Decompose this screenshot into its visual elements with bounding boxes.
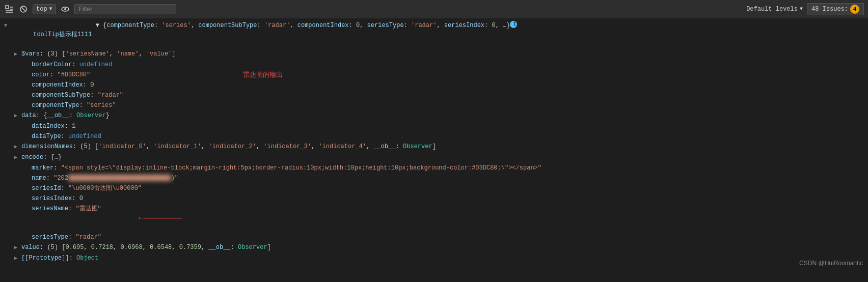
filter-input[interactable] — [74, 4, 176, 14]
data-line: data : { __ob__ : Observer } — [0, 110, 868, 121]
svg-point-8 — [64, 8, 66, 10]
issues-label: 48 Issues: — [811, 6, 848, 13]
dimensionnames-line: dimensionNames : (5) [ 'indicator_0' , '… — [0, 142, 868, 152]
eye-icon[interactable] — [60, 4, 70, 14]
prototype-line: [[Prototype]] : Object — [0, 253, 868, 264]
expand-encode-icon[interactable] — [14, 153, 21, 162]
radar-annotation: 雷达图的输出 — [243, 70, 283, 79]
expand-vars-icon[interactable] — [14, 49, 21, 59]
issues-counter[interactable]: 48 Issues: 4 — [807, 3, 864, 15]
log-levels-dropdown[interactable]: Default levels ▼ — [746, 6, 803, 13]
frame-label: top — [36, 6, 47, 13]
componentsubtype-line: componentSubType : "radar" — [0, 90, 868, 100]
blurred-name: ████████████████████████████ — [68, 174, 171, 183]
dataindex-line: dataIndex : 1 — [0, 121, 868, 131]
console-output: toolTip提示框1111 ▼ { componentType : 'seri… — [0, 18, 868, 282]
svg-rect-0 — [6, 6, 9, 9]
frame-selector[interactable]: top ▼ — [33, 4, 56, 14]
tooltip-header-line: toolTip提示框1111 ▼ { componentType : 'seri… — [0, 20, 868, 49]
clear-console-icon[interactable] — [18, 4, 29, 14]
chevron-down-icon: ▼ — [49, 6, 52, 12]
inspect-element-icon[interactable] — [4, 4, 14, 14]
csdn-watermark: CSDN @HuiRonmantic — [799, 260, 863, 267]
svg-line-6 — [21, 7, 25, 11]
default-levels-label: Default levels — [746, 6, 798, 13]
info-icon[interactable]: i — [510, 21, 517, 28]
red-arrow-icon: ←——————— — [105, 204, 182, 232]
bordercolor-line: borderColor : undefined — [0, 60, 868, 70]
seriesname-line: seriesName : "雷达图" ←——————— — [0, 204, 868, 232]
encode-line: encode : {…} — [0, 152, 868, 163]
value-line: value : (5) [ 0.695 , 0.7218 , 0.6968 , … — [0, 242, 868, 253]
expand-icon[interactable] — [4, 21, 11, 31]
color-line: color : "#D3DC80" 雷达图的输出 — [0, 70, 868, 80]
name-line: name : "202 ████████████████████████████… — [0, 173, 868, 183]
marker-line: marker : "<span style=\"display:inline-b… — [0, 163, 868, 173]
seriesid-line: seriesId : "\u0000雷达图\u00000" — [0, 183, 868, 193]
componenttype-line: componentType : "series" — [0, 100, 868, 110]
vars-line: $vars : (3) [ 'seriesName' , 'name' , 'v… — [0, 49, 868, 60]
seriesindex-line: seriesIndex : 0 — [0, 193, 868, 204]
expand-prototype-icon[interactable] — [14, 253, 21, 263]
datatype-line: dataType : undefined — [0, 131, 868, 142]
levels-chevron-icon: ▼ — [800, 6, 803, 12]
expand-data-icon[interactable] — [14, 111, 21, 121]
toolbar: top ▼ Default levels ▼ 48 Issues: 4 — [0, 0, 868, 18]
seriestype-line: seriesType : "radar" — [0, 232, 868, 242]
punctuation: ▼ — [92, 21, 103, 30]
issues-count-badge: 4 — [850, 5, 859, 14]
expand-value-icon[interactable] — [14, 243, 21, 252]
componentindex-line: componentIndex : 0 — [0, 80, 868, 90]
expand-dimensionnames-icon[interactable] — [14, 142, 21, 152]
tooltip-label: toolTip提示框1111 — [11, 21, 92, 48]
